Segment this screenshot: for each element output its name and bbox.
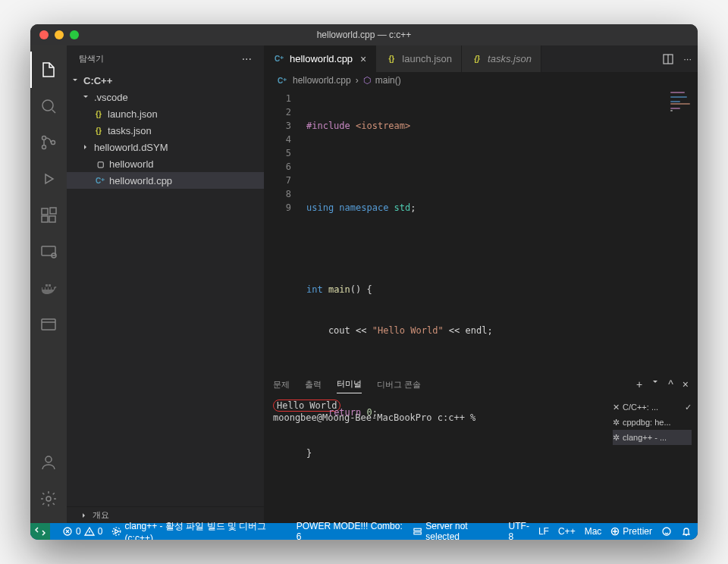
svg-point-3 xyxy=(52,141,55,145)
activity-settings-icon[interactable] xyxy=(30,481,67,517)
chevron-right-icon xyxy=(79,510,89,521)
code-editor[interactable]: 123 456 789 #include <iostream> using na… xyxy=(264,89,698,371)
svg-rect-7 xyxy=(50,208,56,214)
svg-rect-16 xyxy=(414,528,421,531)
status-power-mode[interactable]: POWER MODE!!! Combo: 6 xyxy=(297,521,403,540)
editor-tab-actions: ··· xyxy=(656,45,698,72)
json-file-icon: {} xyxy=(385,53,397,65)
panel-tab-problems[interactable]: 문제 xyxy=(273,376,290,393)
svg-rect-10 xyxy=(42,319,55,330)
status-server[interactable]: Server not selected xyxy=(413,521,499,540)
status-eol[interactable]: LF xyxy=(538,526,549,537)
status-remote-icon[interactable] xyxy=(30,523,50,540)
svg-rect-6 xyxy=(49,216,55,222)
tree-folder-dsym[interactable]: helloworld.dSYM xyxy=(67,139,264,155)
traffic-lights xyxy=(39,30,79,39)
activity-scm-icon[interactable] xyxy=(30,124,67,161)
svg-point-19 xyxy=(663,528,670,535)
sidebar-title: 탐색기 xyxy=(79,53,104,64)
activity-remote-icon[interactable] xyxy=(30,233,67,270)
svg-rect-8 xyxy=(42,246,55,255)
tree-file-helloworld-cpp[interactable]: C⁺ helloworld.cpp xyxy=(67,172,264,189)
titlebar[interactable]: helloworld.cpp — c:c++ xyxy=(30,24,698,45)
status-bar: 0 0 clang++ - 활성 파일 빌드 및 디버그 (c:c++) POW… xyxy=(30,523,698,540)
file-tree: C:C++ .vscode {} launch.json {} tasks.js… xyxy=(67,72,264,506)
symbol-icon: ⬡ xyxy=(363,75,371,86)
svg-point-12 xyxy=(46,497,51,501)
svg-rect-4 xyxy=(42,208,48,215)
tree-folder-vscode[interactable]: .vscode xyxy=(67,89,264,105)
status-errors[interactable]: 0 0 xyxy=(62,526,102,537)
split-editor-icon[interactable] xyxy=(662,53,674,65)
activity-extensions-icon[interactable] xyxy=(30,197,67,233)
activity-project-icon[interactable] xyxy=(30,306,67,343)
minimize-window-button[interactable] xyxy=(55,30,64,39)
activity-docker-icon[interactable] xyxy=(30,270,67,306)
sidebar-header: 탐색기 ··· xyxy=(67,45,264,72)
json-file-icon: {} xyxy=(471,53,483,65)
status-platform[interactable]: Mac xyxy=(585,526,602,537)
status-encoding[interactable]: UTF-8 xyxy=(509,521,529,540)
cpp-file-icon: C⁺ xyxy=(94,174,106,186)
cpp-file-icon: C⁺ xyxy=(273,53,285,65)
svg-rect-17 xyxy=(414,532,421,534)
cpp-file-icon: C⁺ xyxy=(276,74,288,86)
tree-root[interactable]: C:C++ xyxy=(67,72,264,89)
status-notifications-icon[interactable] xyxy=(681,526,692,537)
svg-point-0 xyxy=(42,100,53,111)
activity-bar xyxy=(30,45,67,523)
chevron-right-icon xyxy=(80,142,91,152)
minimap[interactable] xyxy=(667,89,698,371)
activity-explorer-icon[interactable] xyxy=(30,52,67,88)
editor-area: C⁺ helloworld.cpp × {} launch.json {} ta… xyxy=(264,45,698,523)
tree-file-tasks-json[interactable]: {} tasks.json xyxy=(67,122,264,139)
tree-file-helloworld[interactable]: ▢ helloworld xyxy=(67,155,264,172)
activity-account-icon[interactable] xyxy=(30,444,67,481)
maximize-window-button[interactable] xyxy=(70,30,79,39)
svg-rect-5 xyxy=(42,216,48,222)
svg-point-1 xyxy=(42,136,46,140)
status-language[interactable]: C++ xyxy=(558,526,576,537)
close-panel-icon[interactable]: × xyxy=(682,378,689,390)
tree-file-launch-json[interactable]: {} launch.json xyxy=(67,105,264,122)
breadcrumb[interactable]: C⁺ helloworld.cpp › ⬡ main() xyxy=(264,72,698,89)
tab-tasks-json[interactable]: {} tasks.json xyxy=(462,45,541,72)
sidebar-more-icon[interactable]: ··· xyxy=(242,52,252,66)
json-file-icon: {} xyxy=(93,108,105,120)
status-formatter[interactable]: Prettier xyxy=(610,526,652,537)
json-file-icon: {} xyxy=(93,124,105,136)
chevron-down-icon xyxy=(70,75,80,86)
svg-point-11 xyxy=(46,456,52,462)
svg-point-2 xyxy=(42,146,46,149)
tab-helloworld-cpp[interactable]: C⁺ helloworld.cpp × xyxy=(264,45,376,72)
maximize-panel-icon[interactable]: ^ xyxy=(668,378,673,390)
status-feedback-icon[interactable] xyxy=(661,526,672,537)
binary-file-icon: ▢ xyxy=(94,158,106,170)
app-window: helloworld.cpp — c:c++ xyxy=(30,24,698,540)
editor-more-icon[interactable]: ··· xyxy=(683,53,692,64)
chevron-down-icon xyxy=(80,92,91,102)
code-content[interactable]: #include <iostream> using namespace std;… xyxy=(300,89,667,371)
activity-debug-icon[interactable] xyxy=(30,161,67,197)
editor-tabs: C⁺ helloworld.cpp × {} launch.json {} ta… xyxy=(264,45,698,72)
line-gutter: 123 456 789 xyxy=(264,89,300,371)
activity-search-icon[interactable] xyxy=(30,88,67,124)
explorer-sidebar: 탐색기 ··· C:C++ .vscode {} launch.json {} xyxy=(67,45,264,523)
close-window-button[interactable] xyxy=(39,30,49,39)
window-title: helloworld.cpp — c:c++ xyxy=(30,30,698,40)
tab-close-icon[interactable]: × xyxy=(360,53,366,65)
tab-launch-json[interactable]: {} launch.json xyxy=(376,45,462,72)
check-icon: ✓ xyxy=(685,403,692,412)
status-build-task[interactable]: clang++ - 활성 파일 빌드 및 디버그 (c:c++) xyxy=(111,520,287,540)
breadcrumb-separator-icon: › xyxy=(356,75,359,86)
